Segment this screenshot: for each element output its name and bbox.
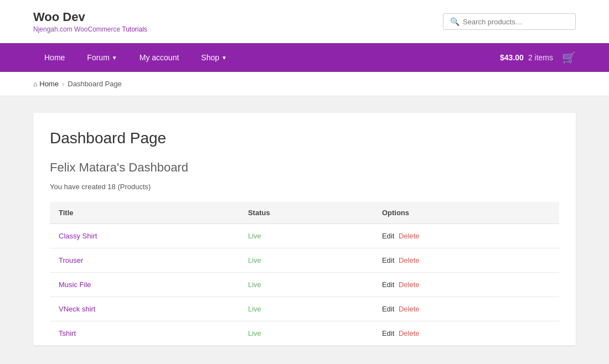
column-title: Title	[50, 202, 239, 224]
nav-item-forum[interactable]: Forum ▼	[76, 43, 128, 72]
product-status-cell: Live	[239, 248, 373, 273]
page-title: Dashboard Page	[50, 129, 559, 147]
shop-chevron-icon: ▼	[221, 55, 227, 61]
nav-item-myaccount[interactable]: My account	[128, 43, 190, 72]
site-subtitle: Njengah.com WooCommerce Tutorials	[33, 25, 147, 33]
delete-link[interactable]: Delete	[399, 280, 420, 289]
product-title-cell: VNeck shirt	[50, 297, 239, 321]
status-live: Live	[248, 305, 261, 313]
site-nav: Home Forum ▼ My account Shop ▼ $43.00 2 …	[0, 43, 609, 72]
product-title-link[interactable]: Classy Shirt	[59, 232, 97, 240]
edit-link[interactable]: Edit	[382, 232, 394, 240]
breadcrumb-separator: ›	[62, 80, 64, 88]
search-icon: 🔍	[450, 17, 460, 26]
cart-info: $43.00 2 items	[500, 53, 553, 62]
content-box: Dashboard Page Felix Matara's Dashboard …	[33, 113, 576, 345]
product-count-text: You have created 18 (Products)	[50, 183, 559, 191]
product-options-cell: Edit Delete	[373, 224, 559, 248]
product-status-cell: Live	[239, 297, 373, 321]
product-options-cell: Edit Delete	[373, 248, 559, 273]
product-title-cell: Music File	[50, 273, 239, 297]
nav-item-home[interactable]: Home	[33, 43, 76, 72]
product-status-cell: Live	[239, 224, 373, 248]
edit-link[interactable]: Edit	[382, 305, 394, 313]
cart-icon[interactable]: 🛒	[562, 51, 576, 64]
search-bar[interactable]: 🔍	[443, 13, 576, 30]
product-options-cell: Edit Delete	[373, 273, 559, 297]
status-live: Live	[248, 256, 261, 264]
cart-price: $43.00	[500, 53, 524, 62]
product-title-link[interactable]: Trouser	[59, 256, 83, 264]
subtitle-link[interactable]: Tutorials	[122, 25, 147, 33]
status-live: Live	[248, 280, 261, 289]
product-options-cell: Edit Delete	[373, 321, 559, 346]
table-header: Title Status Options	[50, 202, 559, 224]
product-status-cell: Live	[239, 321, 373, 346]
site-title: Woo Dev	[33, 10, 147, 24]
product-title-cell: Classy Shirt	[50, 224, 239, 248]
site-branding: Woo Dev Njengah.com WooCommerce Tutorial…	[33, 10, 147, 33]
delete-link[interactable]: Delete	[399, 305, 420, 313]
edit-link[interactable]: Edit	[382, 280, 394, 289]
table-row: Tshirt Live Edit Delete	[50, 321, 559, 346]
nav-right: $43.00 2 items 🛒	[500, 51, 576, 64]
table-row: Trouser Live Edit Delete	[50, 248, 559, 273]
delete-link[interactable]: Delete	[399, 329, 420, 337]
column-options: Options	[373, 202, 559, 224]
delete-link[interactable]: Delete	[399, 256, 420, 264]
table-row: Classy Shirt Live Edit Delete	[50, 224, 559, 248]
status-live: Live	[248, 232, 261, 240]
site-header: Woo Dev Njengah.com WooCommerce Tutorial…	[0, 0, 609, 43]
breadcrumb-home-label: Home	[39, 80, 59, 88]
table-row: Music File Live Edit Delete	[50, 273, 559, 297]
product-title-cell: Tshirt	[50, 321, 239, 346]
forum-chevron-icon: ▼	[112, 55, 117, 61]
product-options-cell: Edit Delete	[373, 297, 559, 321]
table-body: Classy Shirt Live Edit Delete Trouser Li…	[50, 224, 559, 346]
product-title-cell: Trouser	[50, 248, 239, 273]
edit-link[interactable]: Edit	[382, 329, 394, 337]
cart-count: 2 items	[528, 53, 553, 62]
table-row: VNeck shirt Live Edit Delete	[50, 297, 559, 321]
main-content: Dashboard Page Felix Matara's Dashboard …	[0, 96, 609, 362]
home-icon: ⌂	[33, 80, 37, 88]
product-title-link[interactable]: Tshirt	[59, 329, 76, 337]
product-title-link[interactable]: VNeck shirt	[59, 305, 95, 313]
table-header-row: Title Status Options	[50, 202, 559, 224]
nav-item-shop[interactable]: Shop ▼	[190, 43, 238, 72]
search-input[interactable]	[463, 18, 569, 26]
product-title-link[interactable]: Music File	[59, 280, 91, 289]
delete-link[interactable]: Delete	[399, 232, 420, 240]
breadcrumb-current: Dashboard Page	[68, 80, 122, 88]
products-table: Title Status Options Classy Shirt Live E…	[50, 202, 559, 345]
status-live: Live	[248, 329, 261, 337]
breadcrumb-home-link[interactable]: ⌂ Home	[33, 80, 59, 88]
product-status-cell: Live	[239, 273, 373, 297]
dashboard-user-title: Felix Matara's Dashboard	[50, 160, 559, 175]
breadcrumb: ⌂ Home › Dashboard Page	[0, 72, 609, 96]
subtitle-plain: Njengah.com WooCommerce	[33, 25, 122, 33]
nav-left: Home Forum ▼ My account Shop ▼	[33, 43, 238, 72]
column-status: Status	[239, 202, 373, 224]
edit-link[interactable]: Edit	[382, 256, 394, 264]
